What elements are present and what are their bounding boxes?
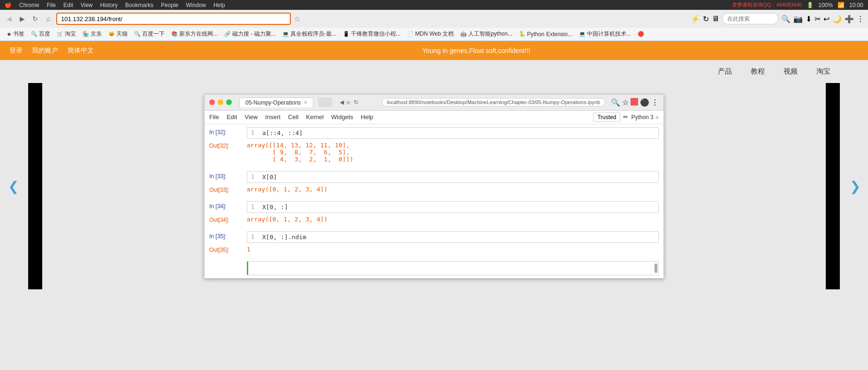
jupyter-widgets-menu[interactable]: Widgets bbox=[331, 113, 353, 121]
time: 10:00 bbox=[849, 2, 863, 8]
bookmark-tianmao[interactable]: 🐱 天猫 bbox=[106, 29, 130, 39]
jupyter-edit-menu[interactable]: Edit bbox=[227, 113, 237, 121]
scissors-icon[interactable]: ✂ bbox=[815, 15, 821, 23]
cell-space2 bbox=[205, 195, 663, 200]
view-menu[interactable]: View bbox=[81, 2, 93, 8]
bookmark-china-cs[interactable]: 💻 中国计算机技术... bbox=[576, 29, 634, 39]
jupyter-view-menu[interactable]: View bbox=[244, 113, 258, 121]
menu-icon[interactable]: ⋮ bbox=[857, 15, 864, 23]
night-icon[interactable]: 🌙 bbox=[832, 15, 842, 23]
cell-out33-output: array([0, 1, 2, 3, 4]) bbox=[247, 185, 659, 194]
nav-products[interactable]: 产品 bbox=[718, 67, 732, 76]
undo-icon[interactable]: ↩ bbox=[823, 15, 830, 23]
chrome-menu[interactable]: Chrome bbox=[19, 2, 39, 8]
cell-in32-input[interactable]: 1 a[::4, ::4] bbox=[247, 127, 659, 139]
bookmark-jd[interactable]: 🏪 京东 bbox=[80, 29, 105, 39]
edit-menu[interactable]: Edit bbox=[63, 2, 73, 8]
apple-menu[interactable]: 🍎 bbox=[5, 2, 12, 8]
tab-close[interactable]: ✕ bbox=[304, 100, 307, 105]
bookmark-extra[interactable]: 🔴 bbox=[635, 30, 647, 38]
notebook-url-text: localhost:8890/notebooks/Desktop/Machine… bbox=[387, 99, 600, 105]
new-tab-btn[interactable] bbox=[318, 98, 332, 107]
my-account-link[interactable]: 我的账户 bbox=[32, 46, 58, 55]
star-button[interactable]: ☆ bbox=[294, 15, 300, 23]
bookmark-taobao[interactable]: 🛒 淘宝 bbox=[54, 29, 79, 39]
bookmark-python-ext[interactable]: 🐍 Python Extensio... bbox=[516, 30, 575, 38]
language-link[interactable]: 简体中文 bbox=[68, 46, 94, 55]
notebook-fwd-btn[interactable]: ▶ bbox=[347, 99, 351, 106]
url-bar[interactable] bbox=[56, 13, 291, 25]
nb-search-icon[interactable]: 🔍 bbox=[611, 98, 620, 107]
cell-out34-output: array([0, 1, 2, 3, 4]) bbox=[247, 215, 659, 224]
jupyter-cell-menu[interactable]: Cell bbox=[288, 113, 298, 121]
trusted-button[interactable]: Trusted bbox=[593, 113, 620, 122]
login-link[interactable]: 登录 bbox=[9, 46, 23, 55]
cell-next-row bbox=[205, 260, 663, 276]
mac-tab[interactable]: 05-Numpy-Operations ✕ bbox=[239, 98, 313, 107]
cell-next-input[interactable] bbox=[247, 261, 659, 275]
home-button[interactable]: ⌂ bbox=[43, 14, 53, 24]
flash-icon: ⚡ bbox=[691, 15, 700, 23]
people-menu[interactable]: People bbox=[161, 2, 178, 8]
window-menu[interactable]: Window bbox=[186, 2, 206, 8]
bookmark-mdn[interactable]: 📄 MDN Web 文档 bbox=[404, 29, 457, 39]
notebook-url[interactable]: localhost:8890/notebooks/Desktop/Machine… bbox=[382, 98, 605, 106]
cell-out33-row: Out[33]: array([0, 1, 2, 3, 4]) bbox=[205, 184, 663, 195]
jupyter-kernel-menu[interactable]: Kernel bbox=[306, 113, 324, 121]
cell-in35-input[interactable]: 1 X[0, :].ndim bbox=[247, 231, 659, 243]
edit-icon[interactable]: ✏ bbox=[623, 113, 628, 121]
refresh-button[interactable]: ↻ bbox=[30, 14, 40, 24]
bookmarks-menu[interactable]: Bookmarks bbox=[125, 2, 153, 8]
python-ext-icon: 🐍 bbox=[519, 31, 525, 37]
mac-close-dot[interactable] bbox=[209, 99, 215, 105]
nb-menu-icon[interactable]: ⋮ bbox=[651, 98, 659, 107]
left-border bbox=[28, 83, 42, 289]
mac-url-bar: ◀ ▶ ↻ bbox=[340, 99, 374, 106]
notebook-back-btn[interactable]: ◀ bbox=[340, 99, 344, 106]
extra-icon: 🔴 bbox=[638, 31, 644, 37]
cell-in33-label: In [33]: bbox=[209, 171, 247, 180]
search-input[interactable] bbox=[722, 13, 778, 24]
cell-in33-row: In [33]: 1 X[0] bbox=[205, 170, 663, 184]
next-button[interactable]: ❯ bbox=[846, 172, 863, 200]
jupyter-help-menu[interactable]: Help bbox=[361, 113, 373, 121]
screenshot-icon[interactable]: 📷 bbox=[793, 15, 803, 23]
back-button[interactable]: ◀ bbox=[4, 14, 14, 24]
nav-taobao[interactable]: 淘宝 bbox=[816, 67, 830, 76]
help-menu[interactable]: Help bbox=[213, 2, 225, 8]
bookmark-star[interactable]: ★ 书签 bbox=[4, 29, 27, 39]
notebook-refresh-btn[interactable]: ↻ bbox=[354, 99, 358, 106]
cell-in33-input[interactable]: 1 X[0] bbox=[247, 171, 659, 183]
line-num-34: 1 bbox=[251, 204, 259, 210]
mac-maximize-dot[interactable] bbox=[226, 99, 232, 105]
scrollbar-thumb[interactable] bbox=[655, 264, 657, 273]
bookmark-baidu[interactable]: 🔍 百度 bbox=[28, 29, 53, 39]
history-menu[interactable]: History bbox=[100, 2, 118, 8]
download-icon[interactable]: ⬇ bbox=[806, 15, 812, 23]
add-tab-icon[interactable]: ➕ bbox=[845, 15, 854, 23]
mac-minimize-dot[interactable] bbox=[218, 99, 223, 105]
nav-tutorials[interactable]: 教程 bbox=[751, 67, 765, 76]
nb-star-icon[interactable]: ☆ bbox=[622, 98, 629, 107]
bookmark-qianfeng[interactable]: 📱 千锋教育微信小程... bbox=[340, 29, 404, 39]
cell-space3 bbox=[205, 225, 663, 230]
cell-out33-label: Out[33]: bbox=[209, 185, 247, 193]
notebook-browser-actions: 🔍 ☆ ⚫ ⋮ bbox=[611, 98, 659, 107]
jupyter-file-menu[interactable]: File bbox=[209, 113, 219, 121]
prev-button[interactable]: ❮ bbox=[5, 172, 22, 200]
file-menu[interactable]: File bbox=[47, 2, 56, 8]
cell-in34-input[interactable]: 1 X[0, :] bbox=[247, 201, 659, 213]
out32-line1: array([[14, 13, 12, 11, 10], bbox=[247, 142, 659, 149]
bookmarks-bar: ★ 书签 🔍 百度 🛒 淘宝 🏪 京东 🐱 天猫 🔍 百度一下 📚 新东方在线网… bbox=[0, 28, 868, 41]
zoom-icon[interactable]: 🔍 bbox=[781, 15, 791, 23]
jupyter-insert-menu[interactable]: Insert bbox=[265, 113, 281, 121]
cell-out35-output: 1 bbox=[247, 245, 659, 254]
bookmark-cili[interactable]: 🔗 磁力搜 - 磁力聚... bbox=[221, 29, 279, 39]
bookmark-baidu2[interactable]: 🔍 百度一下 bbox=[131, 29, 168, 39]
nav-videos[interactable]: 视频 bbox=[784, 67, 798, 76]
bookmark-xdf[interactable]: 📚 新东方在线网... bbox=[168, 29, 221, 39]
bookmark-fullstack[interactable]: 💻 真全栈程序员-最... bbox=[280, 29, 339, 39]
forward-button[interactable]: ▶ bbox=[17, 14, 27, 24]
bookmark-ai-python[interactable]: 🤖 人工智能python... bbox=[457, 29, 515, 39]
mdn-label: MDN Web 文档 bbox=[415, 30, 454, 38]
